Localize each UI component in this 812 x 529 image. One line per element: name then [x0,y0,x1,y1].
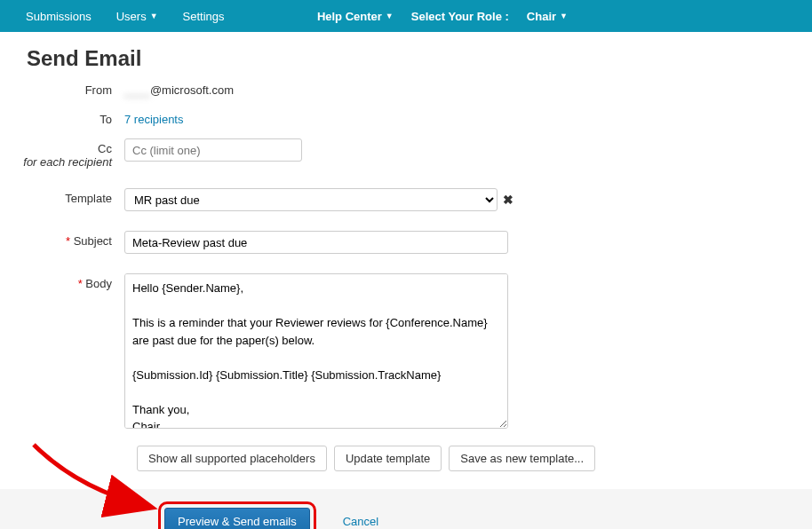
body-label-text: Body [85,277,112,290]
nav-submissions[interactable]: Submissions [13,3,104,30]
save-as-new-template-button[interactable]: Save as new template... [449,446,595,471]
subject-row: * Subject [0,231,812,254]
from-value-redacted: ____ [124,83,150,97]
nav-users-label: Users [116,10,147,23]
page-title: Send Email [0,32,812,80]
role-value: Chair [527,10,556,23]
subject-input[interactable] [124,231,508,254]
template-buttons: Show all supported placeholders Update t… [137,446,812,471]
from-value: ____@microsoft.com [124,80,234,97]
to-label: To [0,109,124,126]
body-label: * Body [0,273,124,290]
template-label: Template [0,188,124,205]
body-textarea[interactable] [124,273,508,429]
role-label: Select Your Role : [406,10,514,23]
required-asterisk: * [78,277,83,290]
caret-down-icon: ▼ [560,12,568,20]
template-row: Template MR past due ✖ [0,188,812,211]
update-template-button[interactable]: Update template [334,446,442,471]
cc-label-block: Cc for each recipient [0,138,124,169]
body-row: * Body [0,273,812,431]
required-asterisk: * [66,234,70,248]
footer-bar: Preview & Send emails Cancel [0,489,812,529]
cancel-link[interactable]: Cancel [343,515,378,528]
preview-send-highlight: Preview & Send emails [158,501,316,529]
from-row: From ____@microsoft.com [0,80,812,97]
cc-sublabel: for each recipient [23,155,112,169]
template-select[interactable]: MR past due [124,188,498,211]
from-label: From [0,80,124,97]
nav-left: Submissions Users ▼ Settings [13,3,237,30]
nav-help-center-label: Help Center [317,10,382,23]
nav-help-center[interactable]: Help Center▼ [308,3,402,30]
to-row: To 7 recipients [0,109,812,126]
to-recipients-link[interactable]: 7 recipients [124,109,183,126]
cc-label: Cc [98,142,112,155]
show-placeholders-button[interactable]: Show all supported placeholders [137,446,327,471]
cc-input[interactable] [124,138,302,162]
nav-settings[interactable]: Settings [171,3,237,30]
subject-label-text: Subject [74,234,112,248]
caret-down-icon: ▼ [150,12,158,20]
role-selector[interactable]: Chair ▼ [518,3,577,30]
top-navbar: Submissions Users ▼ Settings Help Center… [0,0,812,32]
from-value-domain: @microsoft.com [150,83,234,97]
preview-send-button[interactable]: Preview & Send emails [164,508,310,529]
nav-users[interactable]: Users ▼ [104,3,171,30]
caret-down-icon: ▼ [386,12,394,20]
nav-center: Help Center▼ Select Your Role : Chair ▼ [308,3,577,30]
cc-row: Cc for each recipient [0,138,812,169]
remove-template-icon[interactable]: ✖ [503,193,513,207]
subject-label: * Subject [0,231,124,248]
